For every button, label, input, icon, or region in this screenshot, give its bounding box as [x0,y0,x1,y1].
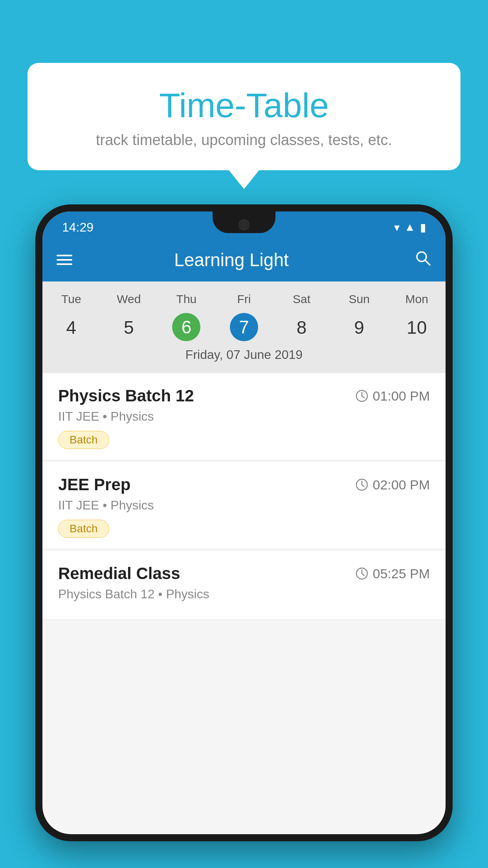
svg-line-4 [362,396,364,398]
clock-icon-2 [355,478,369,491]
schedule-title-1: Physics Batch 12 [58,386,194,405]
wifi-icon: ▾ [394,221,400,234]
schedule-item-header-3: Remedial Class 05:25 PM [58,564,430,583]
day-10[interactable]: 10 [388,313,446,342]
toolbar-title: Learning Light [61,249,402,270]
schedule-subtitle-1: IIT JEE • Physics [58,409,430,424]
svg-line-10 [362,574,364,576]
schedule-subtitle-3: Physics Batch 12 • Physics [58,587,430,601]
day-numbers: 4 5 6 7 8 9 10 [42,313,446,342]
day-header-sat: Sat [273,289,330,309]
day-header-wed: Wed [100,289,158,309]
phone-content: 14:29 ▾ ▲ ▮ Learning Light [42,211,446,834]
day-8[interactable]: 8 [273,313,330,342]
schedule-item-remedial[interactable]: Remedial Class 05:25 PM Physics Batch [42,551,446,620]
bubble-title: Time-Table [51,86,437,125]
batch-badge-2: Batch [58,520,109,538]
speech-bubble-section: Time-Table track timetable, upcoming cla… [28,63,460,170]
day-header-mon: Mon [388,289,446,309]
schedule-time-2: 02:00 PM [355,477,430,493]
schedule-title-3: Remedial Class [58,564,180,583]
day-header-thu: Thu [158,289,215,309]
schedule-subtitle-2: IIT JEE • Physics [58,498,430,513]
phone-outer: 14:29 ▾ ▲ ▮ Learning Light [35,204,453,841]
day-header-fri: Fri [215,289,273,309]
day-headers: Tue Wed Thu Fri Sat Sun Mon [42,289,446,309]
app-toolbar: Learning Light [42,238,446,281]
batch-badge-1: Batch [58,431,109,449]
schedule-title-2: JEE Prep [58,475,130,494]
phone-notch [213,211,275,233]
day-7-selected[interactable]: 7 [230,313,258,341]
clock-icon-1 [355,389,369,403]
speech-bubble: Time-Table track timetable, upcoming cla… [28,63,460,170]
selected-date-label: Friday, 07 June 2019 [42,348,446,369]
day-6-today[interactable]: 6 [172,313,200,341]
day-4[interactable]: 4 [42,313,100,342]
schedule-time-1: 01:00 PM [355,388,430,404]
svg-line-7 [362,485,364,487]
day-5[interactable]: 5 [100,313,158,342]
phone-camera [238,219,250,230]
signal-icon: ▲ [404,221,415,234]
calendar-strip: Tue Wed Thu Fri Sat Sun Mon 4 5 6 7 8 [42,281,446,373]
schedule-list: Physics Batch 12 01:00 PM IIT JEE • Ph [42,373,446,834]
status-icons: ▾ ▲ ▮ [394,221,426,234]
schedule-item-physics-batch[interactable]: Physics Batch 12 01:00 PM IIT JEE • Ph [42,373,446,460]
bubble-subtitle: track timetable, upcoming classes, tests… [51,132,437,149]
schedule-item-jee-prep[interactable]: JEE Prep 02:00 PM IIT JEE • Physics [42,462,446,549]
battery-icon: ▮ [420,221,426,234]
svg-line-1 [425,260,430,265]
schedule-item-header-1: Physics Batch 12 01:00 PM [58,386,430,405]
phone-screen: 14:29 ▾ ▲ ▮ Learning Light [42,211,446,834]
day-9[interactable]: 9 [330,313,388,342]
phone-wrapper: 14:29 ▾ ▲ ▮ Learning Light [35,204,453,868]
schedule-time-3: 05:25 PM [355,566,430,581]
search-icon[interactable] [414,249,431,270]
day-header-tue: Tue [42,289,100,309]
clock-icon-3 [355,567,369,580]
status-time: 14:29 [62,220,94,235]
schedule-item-header-2: JEE Prep 02:00 PM [58,475,430,494]
day-header-sun: Sun [330,289,388,309]
